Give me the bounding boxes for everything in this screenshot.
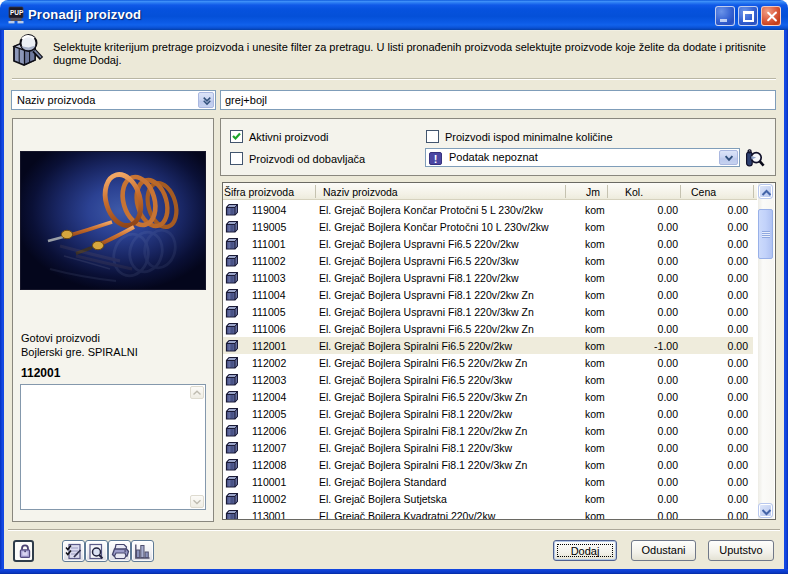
svg-text:PUP: PUP	[10, 9, 24, 16]
